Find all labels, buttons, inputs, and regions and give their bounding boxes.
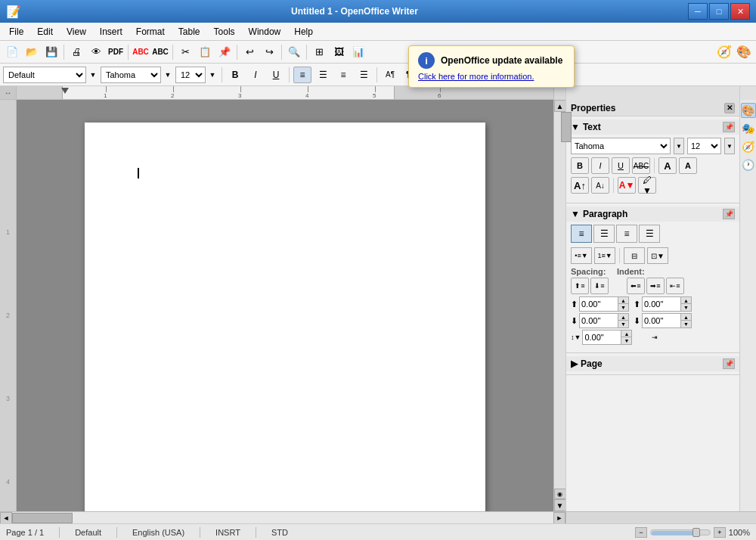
minimize-button[interactable]: ─: [688, 3, 708, 20]
line-spacing-field[interactable]: ▲ ▼: [582, 330, 632, 345]
line-spacing-up[interactable]: ▲: [621, 331, 631, 337]
prop-size-selector[interactable]: 12: [687, 138, 721, 154]
font-selector[interactable]: Tahoma: [101, 67, 161, 83]
indent-before-input[interactable]: [643, 297, 680, 311]
style-selector[interactable]: Default: [3, 67, 86, 83]
prop-size-dropdown[interactable]: ▼: [724, 138, 735, 154]
prop-font-selector[interactable]: Tahoma: [571, 138, 671, 154]
sidebar-properties-icon[interactable]: 🎨: [741, 103, 756, 118]
copy-button[interactable]: 📋: [196, 43, 214, 61]
table-button[interactable]: ⊞: [310, 43, 328, 61]
prop-fontcolor-button[interactable]: A▼: [618, 177, 636, 194]
decrease-above-button[interactable]: ⬇≡: [590, 278, 609, 294]
size-dropdown-btn[interactable]: ▼: [207, 66, 218, 84]
prop-highlight-button[interactable]: 🖊▼: [638, 177, 656, 194]
align-center-button[interactable]: ☰: [314, 67, 332, 83]
properties-close-button[interactable]: ✕: [724, 103, 735, 113]
para-align-right[interactable]: ≡: [616, 225, 637, 243]
underline-button[interactable]: U: [267, 67, 285, 83]
indent-before-down[interactable]: ▼: [680, 304, 691, 311]
indent-right-button[interactable]: ➡≡: [646, 278, 665, 294]
spacing-above-input[interactable]: [580, 297, 618, 311]
prop-bigcaps-button[interactable]: A: [658, 157, 677, 174]
update-notification[interactable]: i OpenOffice update available Click here…: [408, 45, 575, 88]
undo-button[interactable]: ↩: [240, 43, 259, 61]
redo-button[interactable]: ↪: [260, 43, 278, 61]
spacing-above-down[interactable]: ▼: [618, 304, 628, 311]
maximize-button[interactable]: □: [709, 3, 729, 20]
sidebar-clock-icon[interactable]: 🕐: [741, 157, 756, 172]
zoom-slider-thumb[interactable]: [692, 528, 700, 537]
spacing-below-up[interactable]: ▲: [618, 314, 628, 321]
menu-window[interactable]: Window: [243, 25, 287, 39]
preview-button[interactable]: 👁: [87, 43, 105, 61]
fontsize-selector[interactable]: 12: [175, 67, 206, 83]
prop-bold-button[interactable]: B: [571, 157, 589, 174]
document-page[interactable]: [85, 123, 485, 511]
align-justify-button[interactable]: ☰: [355, 67, 373, 83]
text-section-header[interactable]: ▼ Text 📌: [566, 119, 739, 135]
indent-hanging-button[interactable]: ⇤≡: [666, 278, 684, 294]
unordered-list-button[interactable]: •≡▼: [571, 247, 592, 264]
menu-view[interactable]: View: [60, 25, 92, 39]
print-button[interactable]: 🖨: [67, 43, 85, 61]
style-dropdown-btn[interactable]: ▼: [88, 66, 98, 84]
align-left-button[interactable]: ≡: [293, 67, 311, 83]
scroll-left-button[interactable]: ◄: [0, 512, 12, 524]
navigator-button[interactable]: 🧭: [715, 43, 733, 61]
find-button[interactable]: 🔍: [285, 43, 303, 61]
image-button[interactable]: 🖼: [330, 43, 348, 61]
chart-button[interactable]: 📊: [349, 43, 367, 61]
para-align-left[interactable]: ≡: [571, 225, 592, 243]
indent-after-input[interactable]: [643, 314, 680, 327]
prop-italic-button[interactable]: I: [591, 157, 609, 174]
h-scroll-thumb[interactable]: [12, 513, 73, 523]
prop-underline-button[interactable]: U: [612, 157, 630, 174]
scroll-pageup-button[interactable]: ◉: [554, 489, 566, 499]
menu-insert[interactable]: Insert: [94, 25, 129, 39]
zoom-out-button[interactable]: −: [635, 527, 647, 538]
scroll-right-button[interactable]: ►: [553, 512, 565, 524]
menu-edit[interactable]: Edit: [31, 25, 59, 39]
para-align-center[interactable]: ☰: [593, 225, 615, 243]
prop-size-down-button[interactable]: A↓: [591, 177, 609, 194]
spellcheck-button[interactable]: ABC: [132, 43, 150, 61]
menu-format[interactable]: Format: [130, 25, 171, 39]
zoom-in-button[interactable]: +: [714, 527, 726, 538]
prop-smallcaps-button[interactable]: A: [679, 157, 697, 174]
open-button[interactable]: 📂: [23, 43, 41, 61]
vertical-scrollbar[interactable]: ▲ ◉ ▼: [553, 100, 565, 511]
line-spacing-down[interactable]: ▼: [621, 337, 631, 344]
spacing-above-field[interactable]: ▲ ▼: [579, 296, 629, 312]
para-align-justify[interactable]: ☰: [639, 225, 660, 243]
indent-before-up[interactable]: ▲: [680, 297, 691, 304]
paragraph-section-header[interactable]: ▼ Paragraph 📌: [566, 206, 739, 222]
line-spacing-input[interactable]: [583, 331, 621, 344]
tooltip-link[interactable]: Click here for more information.: [418, 72, 565, 81]
prop-font-dropdown[interactable]: ▼: [674, 138, 684, 154]
indent-after-field[interactable]: ▲ ▼: [642, 313, 692, 328]
page-section-header[interactable]: ▶ Page 📌: [566, 356, 739, 371]
char-format-button[interactable]: A¶: [381, 67, 399, 83]
cut-button[interactable]: ✂: [176, 43, 194, 61]
menu-help[interactable]: Help: [288, 25, 319, 39]
indent-left-button[interactable]: ⬅≡: [627, 278, 645, 294]
page-section-pin-button[interactable]: 📌: [723, 358, 735, 369]
menu-table[interactable]: Table: [172, 25, 206, 39]
bold-button[interactable]: B: [226, 67, 244, 83]
scroll-up-button[interactable]: ▲: [554, 100, 566, 112]
spacing-below-down[interactable]: ▼: [618, 321, 628, 327]
increase-above-button[interactable]: ⬆≡: [571, 278, 589, 294]
ordered-list-button[interactable]: 1≡▼: [594, 247, 615, 264]
sidebar-navigator-icon[interactable]: 🧭: [741, 139, 756, 154]
horizontal-scrollbar[interactable]: ◄ ►: [0, 511, 756, 523]
indent-before-field[interactable]: ▲ ▼: [642, 296, 692, 312]
indent-after-down[interactable]: ▼: [680, 321, 691, 327]
italic-button[interactable]: I: [246, 67, 265, 83]
prop-strikethrough-button[interactable]: ABC: [632, 157, 650, 174]
table-spacing-button[interactable]: ⊟: [624, 247, 645, 264]
indent-after-up[interactable]: ▲: [680, 314, 691, 321]
paragraph-section-pin-button[interactable]: 📌: [723, 209, 735, 219]
font-dropdown-btn[interactable]: ▼: [163, 66, 173, 84]
spacing-below-field[interactable]: ▲ ▼: [579, 313, 629, 328]
